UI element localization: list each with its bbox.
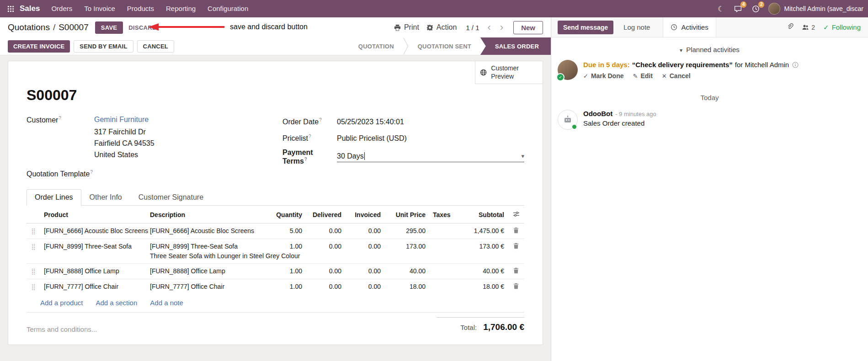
order-line-row[interactable]: ⣿ [FURN_6666] Acoustic Bloc Screens [FUR… — [27, 223, 524, 239]
cancel-button[interactable]: CANCEL — [137, 40, 174, 53]
customer-link[interactable]: Gemini Furniture — [94, 116, 149, 123]
payment-terms-input[interactable]: 30 Days ▾ — [337, 152, 524, 162]
cell-quantity[interactable]: 1.00 — [266, 264, 306, 279]
cell-unit-price[interactable]: 173.00 — [384, 239, 429, 264]
apps-menu-button[interactable] — [3, 0, 19, 17]
delete-line-button[interactable] — [512, 227, 520, 235]
order-line-row[interactable]: ⣿ [FURN_8999] Three-Seat Sofa [FURN_8999… — [27, 239, 524, 264]
action-button[interactable]: Action — [426, 23, 457, 32]
activities-button[interactable]: 2 — [747, 0, 765, 17]
add-note-link[interactable]: Add a note — [150, 299, 183, 307]
cell-invoiced[interactable]: 0.00 — [345, 264, 384, 279]
add-product-link[interactable]: Add a product — [40, 299, 83, 307]
send-by-email-button[interactable]: SEND BY EMAIL — [74, 40, 133, 53]
tab-other-info[interactable]: Other Info — [81, 189, 130, 206]
cell-subtotal[interactable]: 173.00 € — [455, 239, 508, 264]
stage-sales-order[interactable]: SALES ORDER — [480, 37, 551, 55]
cell-unit-price[interactable]: 18.00 — [384, 279, 429, 295]
app-name[interactable]: Sales — [20, 4, 40, 13]
cell-subtotal[interactable]: 40.00 € — [455, 264, 508, 279]
pager-previous-button[interactable]: ‹ — [487, 22, 492, 32]
cell-delivered[interactable]: 0.00 — [306, 223, 345, 239]
menu-to-invoice[interactable]: To Invoice — [78, 0, 121, 17]
delete-line-button[interactable] — [512, 283, 520, 291]
breadcrumb-quotations[interactable]: Quotations — [8, 22, 50, 32]
terms-placeholder[interactable]: Terms and conditions... — [27, 325, 97, 333]
cell-taxes[interactable] — [429, 279, 455, 295]
cell-delivered[interactable]: 0.00 — [306, 239, 345, 264]
delete-line-button[interactable] — [512, 267, 520, 275]
cell-quantity[interactable]: 5.00 — [266, 223, 306, 239]
save-button[interactable]: SAVE — [95, 21, 123, 34]
message-author[interactable]: OdooBot — [583, 110, 612, 117]
drag-handle-icon[interactable]: ⣿ — [31, 228, 36, 234]
cell-delivered[interactable]: 0.00 — [306, 264, 345, 279]
menu-configuration[interactable]: Configuration — [202, 0, 254, 17]
add-section-link[interactable]: Add a section — [96, 299, 137, 307]
col-product[interactable]: Product — [40, 207, 146, 223]
drag-handle-icon[interactable]: ⣿ — [31, 243, 36, 250]
delete-line-button[interactable] — [512, 243, 520, 250]
send-message-button[interactable]: Send message — [558, 21, 613, 34]
cell-description[interactable]: [FURN_6666] Acoustic Bloc Screens — [146, 223, 266, 239]
col-delivered[interactable]: Delivered — [306, 207, 345, 223]
cell-quantity[interactable]: 1.00 — [266, 239, 306, 264]
col-taxes[interactable]: Taxes — [429, 207, 455, 223]
cell-subtotal[interactable]: 18.00 € — [455, 279, 508, 295]
col-unit-price[interactable]: Unit Price — [384, 207, 429, 223]
cell-description[interactable]: [FURN_8999] Three-Seat Sofa Three Seater… — [146, 239, 266, 264]
customer-preview-button[interactable]: Customer Preview — [475, 61, 543, 84]
edit-activity-button[interactable]: ✎Edit — [633, 72, 652, 80]
cell-quantity[interactable]: 1.00 — [266, 279, 306, 295]
menu-reporting[interactable]: Reporting — [160, 0, 202, 17]
dropdown-caret-icon[interactable]: ▾ — [521, 153, 524, 159]
tab-order-lines[interactable]: Order Lines — [27, 189, 81, 206]
pager-next-button[interactable]: › — [499, 22, 504, 32]
order-line-row[interactable]: ⣿ [FURN_8888] Office Lamp [FURN_8888] Of… — [27, 264, 524, 279]
col-invoiced[interactable]: Invoiced — [345, 207, 384, 223]
followers-button[interactable]: 2 — [802, 24, 815, 31]
dark-mode-toggle[interactable]: ☾ — [713, 0, 729, 17]
quotation-title[interactable]: S00007 — [27, 87, 524, 104]
cell-invoiced[interactable]: 0.00 — [345, 223, 384, 239]
create-invoice-button[interactable]: CREATE INVOICE — [8, 40, 70, 53]
pricelist-value[interactable]: Public Pricelist (USD) — [337, 134, 407, 143]
menu-products[interactable]: Products — [121, 0, 160, 17]
planned-activities-header[interactable]: ▾Planned activities — [551, 41, 868, 59]
cell-delivered[interactable]: 0.00 — [306, 279, 345, 295]
cell-product[interactable]: [FURN_8999] Three-Seat Sofa — [40, 239, 146, 264]
optional-columns-button[interactable] — [513, 211, 520, 219]
cell-product[interactable]: [FURN_7777] Office Chair — [40, 279, 146, 295]
activities-tab[interactable]: Activities — [663, 17, 716, 37]
order-date-value[interactable]: 05/25/2023 15:40:01 — [337, 118, 404, 126]
stage-quotation[interactable]: QUOTATION — [349, 37, 403, 55]
print-button[interactable]: Print — [394, 23, 419, 32]
cell-taxes[interactable] — [429, 264, 455, 279]
cell-product[interactable]: [FURN_8888] Office Lamp — [40, 264, 146, 279]
cancel-activity-button[interactable]: ✕Cancel — [662, 72, 691, 80]
tab-customer-signature[interactable]: Customer Signature — [130, 189, 212, 206]
cell-description[interactable]: [FURN_7777] Office Chair — [146, 279, 266, 295]
mark-done-button[interactable]: ✓Mark Done — [583, 72, 623, 80]
cell-taxes[interactable] — [429, 239, 455, 264]
cell-unit-price[interactable]: 40.00 — [384, 264, 429, 279]
attach-files-button[interactable] — [786, 23, 793, 32]
cell-description[interactable]: [FURN_8888] Office Lamp — [146, 264, 266, 279]
cell-taxes[interactable] — [429, 223, 455, 239]
log-note-button[interactable]: Log note — [621, 20, 653, 34]
new-button[interactable]: New — [513, 21, 543, 34]
cell-unit-price[interactable]: 295.00 — [384, 223, 429, 239]
user-menu[interactable]: Mitchell Admin (save_discar — [765, 0, 863, 17]
stage-quotation-sent[interactable]: QUOTATION SENT — [409, 37, 480, 55]
drag-handle-icon[interactable]: ⣿ — [31, 268, 36, 275]
cell-subtotal[interactable]: 1,475.00 € — [455, 223, 508, 239]
info-icon[interactable] — [792, 62, 799, 68]
cell-product[interactable]: [FURN_6666] Acoustic Bloc Screens — [40, 223, 146, 239]
drag-handle-icon[interactable]: ⣿ — [31, 283, 36, 290]
cell-invoiced[interactable]: 0.00 — [345, 239, 384, 264]
menu-orders[interactable]: Orders — [45, 0, 78, 17]
col-description[interactable]: Description — [146, 207, 266, 223]
col-subtotal[interactable]: Subtotal — [455, 207, 508, 223]
cell-invoiced[interactable]: 0.00 — [345, 279, 384, 295]
col-quantity[interactable]: Quantity — [266, 207, 306, 223]
